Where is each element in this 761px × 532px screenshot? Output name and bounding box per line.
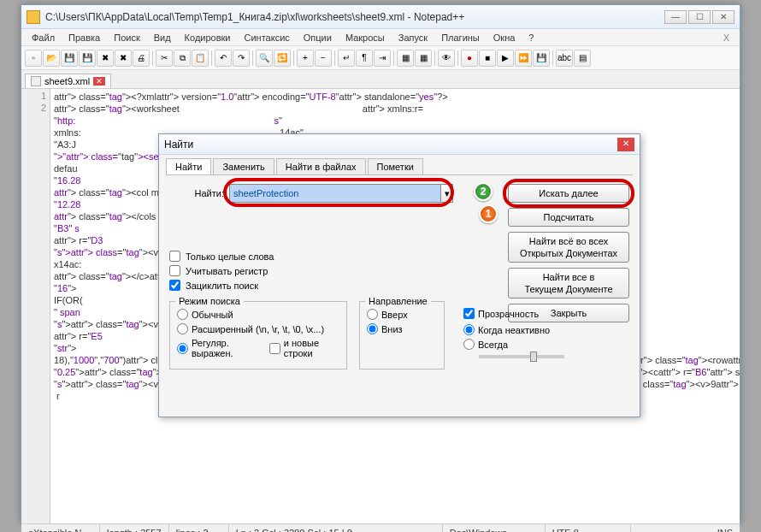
window-title: C:\Users\ПК\AppData\Local\Temp\Temp1_Кни… [45, 11, 664, 23]
line-number: 2 [21, 103, 46, 115]
open-file-icon[interactable]: 📂 [43, 50, 60, 67]
slider-thumb[interactable] [530, 352, 537, 362]
separator [393, 50, 394, 66]
count-button[interactable]: Подсчитать [508, 208, 629, 227]
direction-group: Направление Вверх Вниз [359, 301, 445, 369]
allchars-icon[interactable]: ¶ [356, 50, 373, 67]
tab-findinfiles[interactable]: Найти в файлах [276, 158, 366, 174]
play-icon[interactable]: ▶ [497, 50, 514, 67]
zoomin-icon[interactable]: + [297, 50, 314, 67]
statusbar: eXtensible N length : 3557 lines : 2 Ln … [21, 523, 740, 532]
match-case-checkbox[interactable] [169, 265, 180, 276]
find-next-button[interactable]: Искать далее [508, 184, 629, 203]
direction-legend: Направление [365, 296, 431, 306]
indent-icon[interactable]: ⇥ [374, 50, 391, 67]
menu-run[interactable]: Запуск [393, 31, 433, 44]
mode-normal-radio[interactable] [177, 309, 188, 320]
replace-icon[interactable]: 🔁 [274, 50, 291, 67]
menu-settings[interactable]: Опции [298, 31, 337, 44]
savemacro-icon[interactable]: 💾 [533, 50, 550, 67]
spellcheck-icon[interactable]: abc [556, 50, 573, 67]
separator [293, 50, 294, 66]
trans-always-radio[interactable] [463, 339, 475, 350]
file-tab-sheet9[interactable]: sheet9.xml ✕ [25, 74, 111, 88]
find-dialog: Найти ✕ Найти Заменить Найти в файлах По… [158, 133, 640, 417]
wordwrap-icon[interactable]: ↵ [338, 50, 355, 67]
fold-icon[interactable]: ▦ [397, 50, 414, 67]
mode-regex-radio[interactable] [177, 343, 188, 354]
saveall-icon[interactable]: 💾 [79, 50, 96, 67]
docmap-icon[interactable]: ▤ [574, 50, 591, 67]
dir-down-label: Вниз [381, 324, 403, 334]
transparency-group: Прозрачность Когда неактивно Всегда [457, 301, 581, 369]
mode-normal-label: Обычный [192, 310, 233, 320]
close-button[interactable]: ✕ [712, 10, 734, 24]
menu-help[interactable]: ? [523, 31, 539, 44]
find-dialog-close-icon[interactable]: ✕ [617, 138, 634, 151]
whole-word-label: Только целые слова [186, 251, 274, 262]
trans-inactive-radio[interactable] [463, 324, 475, 335]
hidelines-icon[interactable]: 👁 [438, 50, 455, 67]
tab-find[interactable]: Найти [166, 158, 211, 174]
whole-word-checkbox[interactable] [169, 251, 180, 262]
menu-search[interactable]: Поиск [109, 31, 145, 44]
paste-icon[interactable]: 📋 [192, 50, 209, 67]
trans-always[interactable]: Всегда [463, 339, 575, 350]
file-tab-close[interactable]: ✕ [93, 77, 105, 86]
find-all-current-doc-button[interactable]: Найти все в Текущем Документе [508, 268, 629, 299]
dir-down[interactable]: Вниз [367, 323, 437, 334]
record-icon[interactable]: ● [461, 50, 478, 67]
transparency-slider[interactable] [479, 355, 564, 358]
separator [152, 50, 153, 66]
mode-regex[interactable]: Регуляр. выражен. и новые строки [177, 338, 339, 358]
find-dialog-title: Найти [164, 139, 617, 151]
dot-newline-checkbox[interactable] [269, 343, 280, 354]
stop-icon[interactable]: ■ [479, 50, 496, 67]
status-ins: INS [631, 524, 740, 532]
transparency-checkbox[interactable] [463, 308, 475, 319]
mode-extended[interactable]: Расширенный (\n, \r, \t, \0, \x...) [177, 323, 339, 334]
maximize-button[interactable]: ☐ [688, 10, 711, 24]
menu-file[interactable]: Файл [27, 31, 60, 44]
mode-normal[interactable]: Обычный [177, 309, 339, 320]
menu-plugins[interactable]: Плагины [436, 31, 485, 44]
tab-mark[interactable]: Пометки [368, 158, 423, 174]
trans-inactive[interactable]: Когда неактивно [463, 324, 575, 335]
menu-syntax[interactable]: Синтаксис [239, 31, 295, 44]
doc-close-button[interactable]: X [718, 33, 734, 43]
minimize-button[interactable]: — [664, 10, 687, 24]
menu-view[interactable]: Вид [149, 31, 176, 44]
zoomout-icon[interactable]: − [315, 50, 332, 67]
trans-always-label: Всегда [478, 340, 508, 350]
menu-macro[interactable]: Макросы [340, 31, 390, 44]
copy-icon[interactable]: ⧉ [174, 50, 191, 67]
dir-down-radio[interactable] [367, 323, 378, 334]
closefile-icon[interactable]: ✖ [97, 50, 114, 67]
undo-icon[interactable]: ↶ [215, 50, 232, 67]
mode-extended-radio[interactable] [177, 323, 188, 334]
menu-edit[interactable]: Правка [63, 31, 105, 44]
separator [211, 50, 212, 66]
find-history-dropdown[interactable]: ▾ [441, 184, 453, 203]
find-next-label: Искать далее [539, 188, 598, 198]
find-input[interactable] [229, 184, 441, 203]
playmulti-icon[interactable]: ⏩ [515, 50, 532, 67]
new-file-icon[interactable]: ▫ [25, 50, 42, 67]
print-icon[interactable]: 🖨 [133, 50, 150, 67]
save-icon[interactable]: 💾 [61, 50, 78, 67]
tab-replace[interactable]: Заменить [213, 158, 274, 174]
wrap-around-checkbox[interactable] [169, 280, 180, 291]
cut-icon[interactable]: ✂ [156, 50, 173, 67]
dir-up-radio[interactable] [367, 309, 378, 320]
find-all-open-docs-button[interactable]: Найти всё во всех Открытых Документах [508, 232, 629, 263]
dir-up[interactable]: Вверх [367, 309, 437, 320]
find-label: Найти: [169, 188, 229, 198]
find-icon[interactable]: 🔍 [256, 50, 273, 67]
redo-icon[interactable]: ↷ [233, 50, 250, 67]
transparency-check[interactable]: Прозрачность [463, 308, 575, 319]
menu-encoding[interactable]: Кодировки [180, 31, 236, 44]
mode-regex-label: Регуляр. выражен. [192, 338, 260, 358]
closeall-icon[interactable]: ✖ [115, 50, 132, 67]
menu-window[interactable]: Окна [488, 31, 521, 44]
unfold-icon[interactable]: ▦ [415, 50, 432, 67]
